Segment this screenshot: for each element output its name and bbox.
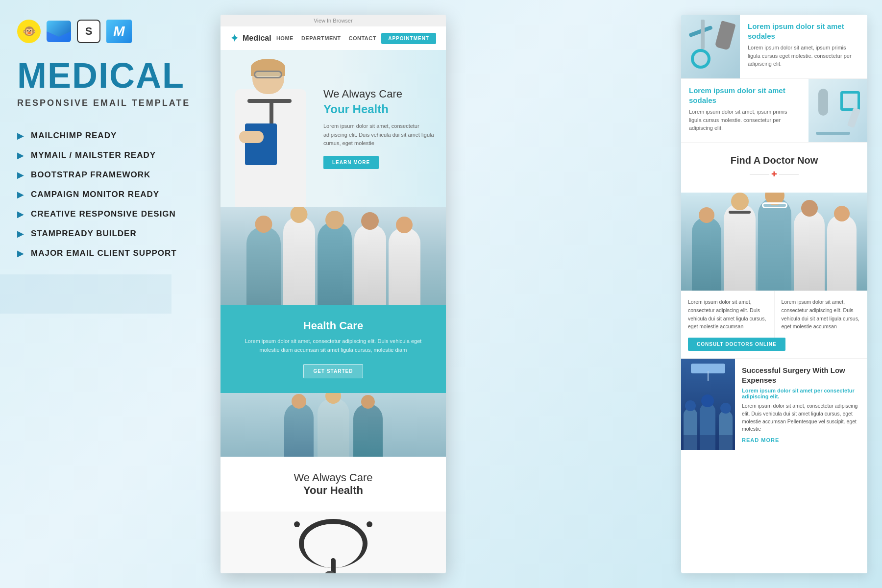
rp-surgery-image xyxy=(681,359,735,450)
surgery-subtitle: Lorem ipsum dolor sit amet per consectet… xyxy=(742,388,860,399)
stampready-icon: S xyxy=(77,20,100,43)
rp-doctors-row xyxy=(692,197,857,291)
rp-two-column: Lorem ipsum dolor sit amet, consectetur … xyxy=(681,291,867,338)
rp-doctors-group-image xyxy=(681,193,867,291)
rp-mid-card-desc: Lorem ipsum dolor sit amet, ipsum primis… xyxy=(689,108,801,132)
consult-doctors-button[interactable]: CONSULT DOCTORS ONLINE xyxy=(688,338,785,351)
doctors-group-art xyxy=(220,207,446,305)
nav-appointment-button[interactable]: APPOINTMENT xyxy=(381,33,436,44)
rp-surgery-text: Successful Surgery With Low Expenses Lor… xyxy=(735,359,867,450)
divider-line-left xyxy=(750,174,769,174)
rp-mid-card: Lorem ipsum dolor sit amet sodales Lorem… xyxy=(681,78,867,142)
rp-mid-card-text: Lorem ipsum dolor sit amet sodales Lorem… xyxy=(681,79,808,142)
surgery-description: Lorem ipsum dolor sit amet, consectetur … xyxy=(742,402,860,433)
rp-col-right-text: Lorem ipsum dolor sit amet, consectetur … xyxy=(782,298,861,331)
feature-item-4: ▶ CAMPAIGN MONITOR READY xyxy=(17,189,194,200)
arrow-icon-4: ▶ xyxy=(17,189,24,200)
arrow-icon-5: ▶ xyxy=(17,209,24,220)
feature-text-6: STAMPREADY BUILDER xyxy=(31,229,137,239)
rp-mid-card-image xyxy=(808,79,867,142)
email-bottom-preview: We Always Care Your Health xyxy=(220,457,446,512)
left-panel: 🐵 S M MEDICAL RESPONSIVE EMAIL TEMPLATE … xyxy=(0,0,211,588)
feature-text-7: MAJOR EMAIL CLIENT SUPPORT xyxy=(31,248,177,258)
feature-item-6: ▶ STAMPREADY BUILDER xyxy=(17,228,194,239)
nav-contact: CONTACT xyxy=(349,35,376,41)
rp-top-card: Lorem ipsum dolor sit amet sodales Lorem… xyxy=(681,15,867,78)
email-nav: ✦ Medical HOME DEPARTMENT CONTACT APPOIN… xyxy=(220,26,446,50)
get-started-button[interactable]: GET STARTED xyxy=(303,364,364,378)
feature-text-3: BOOTSTRAP FRAMEWORK xyxy=(31,170,150,180)
feature-text-4: CAMPAIGN MONITOR READY xyxy=(31,190,159,199)
logo-cross-icon: ✦ xyxy=(230,32,239,44)
feature-item-7: ▶ MAJOR EMAIL CLIENT SUPPORT xyxy=(17,248,194,259)
read-more-link[interactable]: READ MORE xyxy=(742,437,860,443)
feature-text-5: CREATIVE RESPONSIVE DESIGN xyxy=(31,209,176,219)
rp-top-card-title: Lorem ipsum dolor sit amet sodales xyxy=(748,22,859,41)
nav-home: HOME xyxy=(276,35,294,41)
arrow-icon-2: ▶ xyxy=(17,150,24,161)
health-care-description: Lorem ipsum dolor sit amet, consectetur … xyxy=(240,337,426,354)
surgery-title: Successful Surgery With Low Expenses xyxy=(742,366,860,385)
divider-line-right xyxy=(779,174,799,174)
hero-heading2: Your Health xyxy=(323,102,436,116)
divider-cross-icon: ✚ xyxy=(771,170,777,178)
arrow-icon-1: ▶ xyxy=(17,130,24,141)
rp-col-right: Lorem ipsum dolor sit amet, consectetur … xyxy=(775,291,868,338)
feature-item-1: ▶ MAILCHIMP READY xyxy=(17,130,194,141)
bottom-staff-image xyxy=(220,393,446,457)
stethoscope-image-area xyxy=(220,512,446,573)
email-provider-icons: 🐵 S M xyxy=(17,20,194,43)
consult-btn-wrap: CONSULT DOCTORS ONLINE xyxy=(681,338,867,358)
email-hero-section: We Always Care Your Health Lorem ipsum d… xyxy=(220,50,446,207)
doctors-group-image xyxy=(220,207,446,305)
hero-doctor-image xyxy=(220,55,323,207)
brand-title: MEDICAL xyxy=(17,58,194,93)
feature-item-3: ▶ BOOTSTRAP FRAMEWORK xyxy=(17,170,194,180)
feature-item-5: ▶ CREATIVE RESPONSIVE DESIGN xyxy=(17,209,194,220)
section-divider: ✚ xyxy=(691,170,858,178)
health-care-section: Health Care Lorem ipsum dolor sit amet, … xyxy=(220,305,446,393)
major-icon: M xyxy=(106,20,132,43)
rp-col-left-text: Lorem ipsum dolor sit amet, consectetur … xyxy=(688,298,767,331)
email-nav-links: HOME DEPARTMENT CONTACT xyxy=(276,35,376,41)
health-care-title: Health Care xyxy=(240,319,426,332)
rp-top-card-image xyxy=(681,15,740,78)
bottom-heading2: Your Health xyxy=(240,484,426,497)
feature-text-2: MYMAIL / MAILSTER READY xyxy=(31,150,156,160)
rp-col-left: Lorem ipsum dolor sit amet, consectetur … xyxy=(681,291,775,338)
rp-top-card-desc: Lorem ipsum dolor sit amet, ipsum primis… xyxy=(748,44,859,68)
arrow-icon-3: ▶ xyxy=(17,170,24,180)
view-in-browser-bar: View In Browser xyxy=(220,15,446,26)
feature-list: ▶ MAILCHIMP READY ▶ MYMAIL / MAILSTER RE… xyxy=(17,130,194,259)
nav-dept: DEPARTMENT xyxy=(301,35,341,41)
feature-item-2: ▶ MYMAIL / MAILSTER READY xyxy=(17,150,194,161)
rp-mid-card-title: Lorem ipsum dolor sit amet sodales xyxy=(689,86,801,105)
feature-text-1: MAILCHIMP READY xyxy=(31,131,117,141)
hero-heading1: We Always Care xyxy=(323,88,436,100)
email-logo: ✦ Medical xyxy=(230,32,271,44)
rp-surgery-section: Successful Surgery With Low Expenses Lor… xyxy=(681,358,867,450)
find-doctor-section: Find A Doctor Now ✚ xyxy=(681,142,867,193)
right-panel: Lorem ipsum dolor sit amet sodales Lorem… xyxy=(681,15,867,573)
mailchimp-icon: 🐵 xyxy=(17,20,41,43)
rp-top-card-text: Lorem ipsum dolor sit amet sodales Lorem… xyxy=(740,15,867,78)
hero-learn-more-button[interactable]: LEARN MORE xyxy=(323,156,379,169)
hero-description: Lorem ipsum dolor sit amet, consectetur … xyxy=(323,122,436,148)
email-mockup: View In Browser ✦ Medical HOME DEPARTMEN… xyxy=(220,15,446,573)
mymail-icon xyxy=(47,21,71,42)
bottom-heading1: We Always Care xyxy=(240,471,426,484)
arrow-icon-7: ▶ xyxy=(17,248,24,259)
arrow-icon-6: ▶ xyxy=(17,228,24,239)
brand-subtitle: RESPONSIVE EMAIL TEMPLATE xyxy=(17,98,194,108)
hero-text: We Always Care Your Health Lorem ipsum d… xyxy=(323,88,436,169)
find-doctor-title: Find A Doctor Now xyxy=(691,155,858,166)
